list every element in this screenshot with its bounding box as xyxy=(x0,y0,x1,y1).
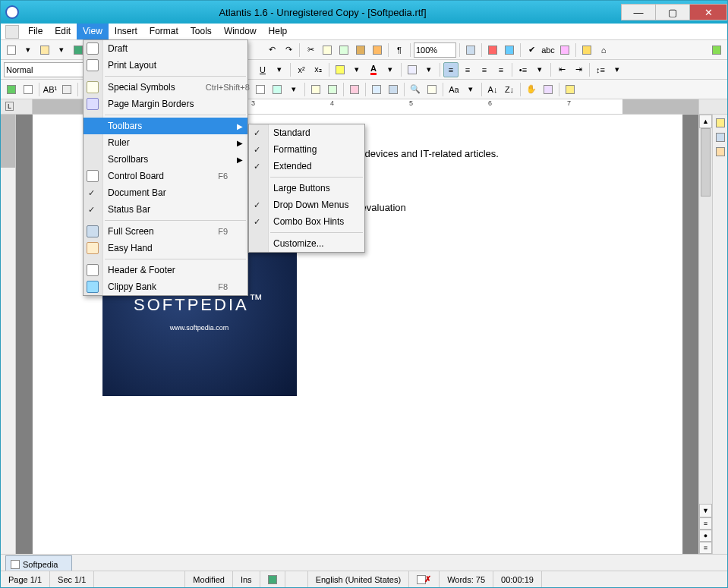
ext-btn-1[interactable] xyxy=(4,82,19,97)
side-btn-2[interactable] xyxy=(714,131,726,143)
new-dropdown[interactable]: ▾ xyxy=(20,42,36,58)
menu-view[interactable]: View xyxy=(77,24,109,39)
spell-menu-button[interactable]: abc xyxy=(540,42,556,58)
ext-btn-12[interactable] xyxy=(540,82,556,97)
sort-asc-button[interactable]: A↓ xyxy=(485,82,500,97)
toolbars-submenu-item[interactable]: ✓Formatting xyxy=(249,141,364,158)
align-left-button[interactable]: ≡ xyxy=(443,62,459,77)
line-spacing-menu[interactable]: ▾ xyxy=(610,62,625,77)
view-menu-item[interactable]: Ruler▶ xyxy=(84,134,247,151)
ext-btn-10[interactable] xyxy=(369,82,384,97)
doc-icon[interactable] xyxy=(5,25,19,39)
toolbars-submenu-item[interactable]: Customize... xyxy=(249,235,364,252)
ext-btn-2[interactable] xyxy=(20,82,36,97)
vertical-ruler[interactable] xyxy=(1,115,16,554)
zoom-combo[interactable] xyxy=(414,42,456,58)
ext-btn-11[interactable] xyxy=(386,82,401,97)
status-page[interactable]: Page 1/1 xyxy=(1,571,50,587)
view-menu-item[interactable]: ✓Status Bar xyxy=(84,201,247,218)
view-menu-item[interactable]: Print Layout xyxy=(84,57,247,74)
toolbars-submenu-item[interactable]: ✓Drop Down Menus xyxy=(249,197,364,213)
underline-button[interactable]: U xyxy=(255,62,270,77)
copy-button[interactable] xyxy=(320,42,335,58)
ext-btn-13[interactable] xyxy=(563,82,578,97)
scroll-track[interactable] xyxy=(699,128,712,504)
undo-button[interactable]: ↶ xyxy=(264,42,279,58)
ext-btn-8[interactable] xyxy=(325,82,340,97)
open-button[interactable] xyxy=(37,42,52,58)
clippy-button[interactable] xyxy=(353,42,368,58)
line-spacing-button[interactable]: ↕≡ xyxy=(593,62,608,77)
style-combo[interactable] xyxy=(4,62,86,77)
insert-table-button[interactable] xyxy=(253,82,268,97)
ext-btn-9[interactable] xyxy=(347,82,362,97)
toolbars-submenu-item[interactable]: Large Buttons xyxy=(249,180,364,197)
overflow-button[interactable] xyxy=(709,42,724,58)
menu-format[interactable]: Format xyxy=(143,24,184,39)
close-button[interactable]: ✕ xyxy=(689,4,727,20)
replace-button[interactable] xyxy=(424,82,440,97)
side-btn-1[interactable] xyxy=(714,117,726,129)
ext-menu-6[interactable]: ▾ xyxy=(286,82,301,97)
ext-btn-4[interactable] xyxy=(59,82,74,97)
menu-edit[interactable]: Edit xyxy=(49,24,77,39)
paste-button[interactable] xyxy=(336,42,351,58)
tab-selector[interactable] xyxy=(1,99,33,114)
align-right-button[interactable]: ≡ xyxy=(477,62,492,77)
new-button[interactable] xyxy=(4,42,19,58)
help-button[interactable] xyxy=(579,42,594,58)
menu-tools[interactable]: Tools xyxy=(184,24,218,39)
home-button[interactable]: ⌂ xyxy=(596,42,611,58)
toolbars-submenu-item[interactable]: ✓Combo Box Hints xyxy=(249,213,364,230)
status-section[interactable]: Sec 1/1 xyxy=(50,571,94,587)
view-menu-item[interactable]: Control BoardF6 xyxy=(84,168,247,184)
browse-object-button[interactable]: ● xyxy=(699,530,712,542)
menu-window[interactable]: Window xyxy=(218,24,263,39)
fullscreen-button[interactable] xyxy=(463,42,478,58)
tool3-button[interactable] xyxy=(557,42,572,58)
highlight-menu[interactable]: ▾ xyxy=(349,62,364,77)
ext-btn-7[interactable] xyxy=(308,82,323,97)
bullets-button[interactable]: •≡ xyxy=(515,62,531,77)
status-words[interactable]: Words: 75 xyxy=(440,571,493,587)
scroll-up-button[interactable]: ▲ xyxy=(699,115,712,128)
clear-format-button[interactable] xyxy=(405,62,420,77)
side-btn-3[interactable] xyxy=(714,146,726,158)
view-menu-item[interactable]: Special SymbolsCtrl+Shift+8 xyxy=(84,79,247,96)
open-dropdown[interactable]: ▾ xyxy=(54,42,69,58)
subscript-button[interactable]: x₂ xyxy=(310,62,326,77)
clear-format-menu[interactable]: ▾ xyxy=(421,62,436,77)
ext-btn-6[interactable] xyxy=(269,82,285,97)
font-color-button[interactable]: A xyxy=(366,62,381,77)
view-menu-item[interactable]: ✓Document Bar xyxy=(84,184,247,201)
redo-button[interactable]: ↷ xyxy=(281,42,296,58)
view-menu-item[interactable]: Header & Footer xyxy=(84,262,247,278)
status-language[interactable]: English (United States) xyxy=(308,571,410,587)
case-menu[interactable]: ▾ xyxy=(463,82,478,97)
align-justify-button[interactable]: ≡ xyxy=(493,62,509,77)
view-menu-item[interactable]: Page Margin Borders xyxy=(84,96,247,112)
outdent-button[interactable]: ⇤ xyxy=(554,62,569,77)
color2-button[interactable] xyxy=(502,42,517,58)
next-page-button[interactable]: ≡ xyxy=(699,542,712,554)
view-menu-item[interactable]: Easy Hand xyxy=(84,240,247,256)
bullets-menu[interactable]: ▾ xyxy=(532,62,547,77)
case-button[interactable]: Aa xyxy=(446,82,462,97)
font-color-menu[interactable]: ▾ xyxy=(383,62,398,77)
view-menu-item[interactable]: Scrollbars▶ xyxy=(84,151,247,168)
highlight-button[interactable] xyxy=(332,62,348,77)
sort-desc-button[interactable]: Z↓ xyxy=(502,82,517,97)
menu-file[interactable]: File xyxy=(22,24,49,39)
scroll-down-button[interactable]: ▼ xyxy=(699,504,712,517)
format-paint-button[interactable] xyxy=(370,42,385,58)
status-ins[interactable]: Ins xyxy=(233,571,260,587)
maximize-button[interactable]: ▢ xyxy=(655,4,690,20)
menu-insert[interactable]: Insert xyxy=(109,24,143,39)
prev-page-button[interactable]: ≡ xyxy=(699,517,712,530)
minimize-button[interactable]: — xyxy=(621,4,656,20)
vertical-scrollbar[interactable]: ▲ ▼ ≡ ● ≡ xyxy=(698,115,712,554)
pilcrow-button[interactable]: ¶ xyxy=(392,42,407,58)
find-button[interactable]: 🔍 xyxy=(408,82,423,97)
document-tab[interactable]: Softpedia xyxy=(5,555,72,571)
underline-style-button[interactable]: ▾ xyxy=(272,62,287,77)
